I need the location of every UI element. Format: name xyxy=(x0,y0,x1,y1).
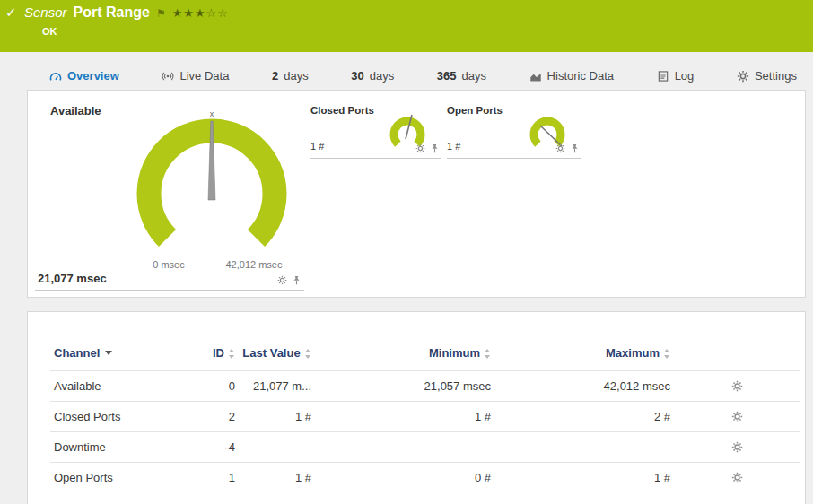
main-gauge-footer: 21,077 msec xyxy=(35,272,304,291)
col-header-label: Minimum xyxy=(429,346,480,360)
channel-settings-gear-icon[interactable] xyxy=(731,441,743,453)
sensor-title-line: Sensor Port Range ⚑ ★★★☆☆ xyxy=(24,4,229,21)
channel-last-value-cell: 21,077 m... xyxy=(239,371,315,402)
sort-icon xyxy=(305,349,311,359)
tab-settings[interactable]: Settings xyxy=(728,61,806,93)
channel-maximum-cell: 2 # xyxy=(494,402,674,432)
col-header-last-value[interactable]: Last Value xyxy=(239,344,315,371)
table-row[interactable]: Downtime -4 xyxy=(50,432,800,463)
channel-settings-gear-icon[interactable] xyxy=(731,411,743,422)
tab-label-number: 2 xyxy=(272,69,278,83)
channel-settings-gear-icon[interactable] xyxy=(731,380,743,392)
channels-table: Channel ID Last Value Minimum Maximum xyxy=(50,344,800,492)
channel-minimum-cell: 1 # xyxy=(315,402,494,432)
channel-maximum-cell xyxy=(494,432,674,463)
open-ports-gauge-block: Open Ports 1 # xyxy=(447,103,581,159)
channel-last-value-cell: 1 # xyxy=(239,463,315,493)
gauge-max-marker: x xyxy=(210,109,214,118)
gauges-panel: Available x 0 msec 42,012 msec 21,077 ms… xyxy=(27,90,806,298)
gear-icon[interactable] xyxy=(277,275,287,285)
col-header-settings xyxy=(674,344,800,371)
tab-bar: Overview Live Data 2 days 30 days 365 da… xyxy=(40,61,806,93)
tab-30-days[interactable]: 30 days xyxy=(342,61,403,93)
tab-label: Settings xyxy=(755,69,797,83)
channel-last-value-cell xyxy=(239,432,315,463)
tab-label: Overview xyxy=(67,69,119,83)
channel-id-cell: 0 xyxy=(194,371,239,402)
table-header-row: Channel ID Last Value Minimum Maximum xyxy=(50,344,800,371)
sort-desc-icon xyxy=(105,351,112,355)
channel-settings-gear-icon[interactable] xyxy=(731,472,743,483)
main-gauge-value: 21,077 msec xyxy=(38,272,107,285)
channel-maximum-cell: 1 # xyxy=(494,463,674,493)
main-gauge-title: Available xyxy=(50,104,101,117)
col-header-id[interactable]: ID xyxy=(194,344,239,371)
channels-panel: Channel ID Last Value Minimum Maximum xyxy=(27,311,806,504)
channel-id-cell: 1 xyxy=(194,463,239,493)
col-header-label: Channel xyxy=(54,346,100,360)
gear-icon[interactable] xyxy=(415,143,425,153)
channel-name-cell: Available xyxy=(50,371,194,402)
channel-name-cell: Downtime xyxy=(50,432,194,463)
sort-icon xyxy=(229,349,235,359)
col-header-label: ID xyxy=(213,346,224,360)
priority-stars[interactable]: ★★★☆☆ xyxy=(172,6,229,20)
gauge-icon xyxy=(49,70,62,83)
pin-icon[interactable] xyxy=(570,143,580,153)
channel-minimum-cell xyxy=(315,432,494,463)
tab-log[interactable]: Log xyxy=(648,61,704,93)
gauge-max-label: 42,012 msec xyxy=(226,259,283,270)
channel-maximum-cell: 42,012 msec xyxy=(494,371,674,402)
channel-last-value-cell: 1 # xyxy=(239,402,315,432)
tab-label: days xyxy=(284,69,308,83)
tab-2-days[interactable]: 2 days xyxy=(263,61,318,93)
closed-ports-value: 1 # xyxy=(310,141,324,152)
channel-name-cell: Open Ports xyxy=(50,463,194,493)
table-row[interactable]: Closed Ports 2 1 # 1 # 2 # xyxy=(50,402,800,432)
sensor-title: Port Range xyxy=(74,4,150,21)
closed-ports-title: Closed Ports xyxy=(310,105,374,116)
chart-icon xyxy=(529,70,542,83)
tab-overview[interactable]: Overview xyxy=(40,61,128,93)
gear-icon xyxy=(737,70,749,83)
col-header-maximum[interactable]: Maximum xyxy=(494,344,674,371)
available-gauge: x 0 msec 42,012 msec xyxy=(118,109,306,277)
pin-icon[interactable] xyxy=(292,275,302,285)
col-header-channel[interactable]: Channel xyxy=(50,344,194,371)
gear-icon[interactable] xyxy=(555,143,565,153)
channel-minimum-cell: 21,057 msec xyxy=(315,371,494,402)
tab-label: Log xyxy=(675,69,695,83)
gauge-min-label: 0 msec xyxy=(153,259,185,270)
tab-historic-data[interactable]: Historic Data xyxy=(520,61,623,93)
sensor-status-header: ✓ Sensor Port Range ⚑ ★★★☆☆ OK xyxy=(0,0,813,52)
col-header-label: Maximum xyxy=(606,346,660,360)
ok-check-icon: ✓ xyxy=(5,4,17,21)
tab-label-number: 365 xyxy=(437,69,457,83)
sort-icon xyxy=(664,349,670,359)
col-header-minimum[interactable]: Minimum xyxy=(315,344,494,371)
live-data-icon xyxy=(162,70,174,83)
log-icon xyxy=(657,70,669,83)
channel-name-cell: Closed Ports xyxy=(50,402,194,432)
flag-icon[interactable]: ⚑ xyxy=(156,7,166,20)
sensor-type-label: Sensor xyxy=(24,4,67,20)
channel-minimum-cell: 0 # xyxy=(315,463,494,493)
closed-ports-gauge-block: Closed Ports 1 # xyxy=(310,103,441,159)
open-ports-value: 1 # xyxy=(447,141,460,152)
tab-label-number: 30 xyxy=(351,69,363,83)
tab-label: Historic Data xyxy=(547,69,614,83)
tab-label: Live Data xyxy=(179,69,229,83)
col-header-label: Last Value xyxy=(242,346,300,360)
tab-live-data[interactable]: Live Data xyxy=(153,61,238,93)
tab-365-days[interactable]: 365 days xyxy=(428,61,495,93)
channel-id-cell: -4 xyxy=(194,432,239,463)
status-badge: OK xyxy=(42,26,57,37)
sort-icon xyxy=(485,349,491,359)
tab-label: days xyxy=(370,69,394,83)
pin-icon[interactable] xyxy=(430,143,440,153)
open-ports-title: Open Ports xyxy=(447,105,503,116)
table-row[interactable]: Available 0 21,077 m... 21,057 msec 42,0… xyxy=(50,371,800,402)
tab-label: days xyxy=(462,69,486,83)
channel-id-cell: 2 xyxy=(194,402,239,432)
table-row[interactable]: Open Ports 1 1 # 0 # 1 # xyxy=(50,463,800,493)
